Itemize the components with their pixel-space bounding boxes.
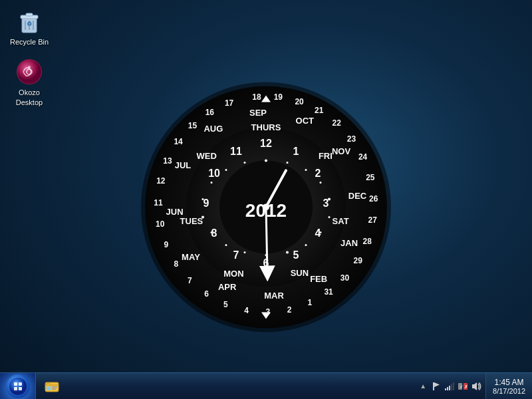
svg-text:28: 28 xyxy=(363,237,372,246)
svg-point-77 xyxy=(287,162,289,164)
svg-text:20: 20 xyxy=(295,97,304,106)
svg-rect-110 xyxy=(445,388,446,390)
svg-text:5: 5 xyxy=(223,300,228,309)
svg-point-78 xyxy=(305,169,307,171)
okozo-label: Okozo Desktop xyxy=(16,88,43,107)
svg-text:26: 26 xyxy=(369,194,378,203)
svg-rect-108 xyxy=(433,382,434,390)
svg-text:29: 29 xyxy=(353,256,362,265)
svg-text:2: 2 xyxy=(315,168,321,179)
svg-text:23: 23 xyxy=(347,134,356,144)
svg-point-99 xyxy=(9,378,27,395)
svg-text:✗: ✗ xyxy=(464,384,468,389)
svg-text:11: 11 xyxy=(154,198,163,207)
svg-point-88 xyxy=(211,231,213,233)
svg-line-95 xyxy=(266,207,267,273)
svg-text:♻: ♻ xyxy=(27,21,32,27)
start-button[interactable] xyxy=(0,373,36,400)
svg-text:24: 24 xyxy=(358,152,368,162)
svg-rect-101 xyxy=(19,382,22,386)
svg-text:APR: APR xyxy=(218,282,237,292)
svg-rect-2 xyxy=(26,13,33,16)
svg-text:7: 7 xyxy=(233,249,239,261)
system-tray-area: ▲ xyxy=(414,373,532,400)
svg-point-7 xyxy=(17,60,41,84)
svg-text:15: 15 xyxy=(188,121,198,130)
svg-text:THURS: THURS xyxy=(251,122,281,132)
svg-text:5: 5 xyxy=(293,249,299,261)
svg-marker-119 xyxy=(472,382,477,390)
svg-text:DEC: DEC xyxy=(348,191,367,201)
svg-point-84 xyxy=(286,251,289,253)
svg-rect-107 xyxy=(52,388,56,390)
svg-point-80 xyxy=(328,198,331,200)
svg-text:4: 4 xyxy=(244,306,249,315)
svg-text:27: 27 xyxy=(368,215,378,225)
explorer-taskbar-button[interactable] xyxy=(39,374,65,399)
svg-text:1: 1 xyxy=(308,298,313,307)
svg-point-9 xyxy=(28,66,31,68)
system-tray: ▲ xyxy=(414,373,485,400)
svg-point-91 xyxy=(211,182,213,184)
svg-text:12: 12 xyxy=(156,176,166,186)
action-center-icon[interactable] xyxy=(431,381,442,392)
svg-text:7: 7 xyxy=(188,276,192,285)
svg-point-92 xyxy=(225,169,227,171)
svg-text:MAR: MAR xyxy=(264,291,284,301)
svg-text:FEB: FEB xyxy=(310,274,327,284)
svg-rect-112 xyxy=(449,386,450,390)
taskbar-date: 8/17/2012 xyxy=(493,387,525,395)
svg-text:2: 2 xyxy=(287,305,292,315)
taskbar-clock[interactable]: 1:45 AM 8/17/2012 xyxy=(485,373,532,400)
tray-expand-button[interactable]: ▲ xyxy=(418,382,428,390)
svg-rect-106 xyxy=(52,386,57,388)
svg-text:OCT: OCT xyxy=(296,116,315,126)
svg-text:MON: MON xyxy=(223,269,243,279)
svg-text:9: 9 xyxy=(203,198,209,209)
svg-text:12: 12 xyxy=(260,138,272,149)
svg-point-87 xyxy=(225,244,227,246)
svg-text:31: 31 xyxy=(324,287,333,297)
recycle-bin-label: Recycle Bin xyxy=(10,37,49,47)
svg-text:✓: ✓ xyxy=(460,384,464,389)
svg-text:13: 13 xyxy=(163,156,172,166)
okozo-image xyxy=(16,59,43,85)
svg-point-93 xyxy=(244,162,246,164)
recycle-bin-image: ♻ xyxy=(16,8,43,35)
volume-icon[interactable] xyxy=(471,381,481,392)
svg-text:TUES: TUES xyxy=(180,216,203,226)
security-icon[interactable]: ✓ ✗ xyxy=(458,381,468,392)
svg-point-90 xyxy=(202,198,204,200)
svg-text:JAN: JAN xyxy=(340,238,358,248)
svg-text:9: 9 xyxy=(164,240,168,249)
svg-text:8: 8 xyxy=(211,227,217,239)
svg-text:14: 14 xyxy=(174,137,183,146)
svg-point-83 xyxy=(305,244,307,246)
svg-marker-109 xyxy=(434,382,440,387)
svg-rect-114 xyxy=(453,382,454,390)
svg-text:19: 19 xyxy=(274,92,283,102)
svg-rect-113 xyxy=(451,384,452,390)
start-orb xyxy=(6,374,30,398)
svg-text:SEP: SEP xyxy=(249,108,267,118)
clock-widget: 18 19 20 21 22 23 24 25 26 27 28 29 30 3… xyxy=(140,80,392,333)
svg-text:8: 8 xyxy=(174,259,179,269)
okozo-desktop-icon[interactable]: Okozo Desktop xyxy=(5,56,53,110)
svg-text:10: 10 xyxy=(156,219,165,229)
svg-text:JUN: JUN xyxy=(166,207,184,217)
svg-text:17: 17 xyxy=(225,98,234,108)
svg-text:6: 6 xyxy=(204,289,209,299)
svg-point-86 xyxy=(244,251,246,253)
recycle-bin-icon[interactable]: ♻ Recycle Bin xyxy=(5,5,53,49)
svg-text:4: 4 xyxy=(315,227,321,239)
svg-text:22: 22 xyxy=(332,118,342,128)
svg-point-96 xyxy=(263,203,269,210)
network-icon[interactable] xyxy=(444,381,455,392)
svg-text:MAY: MAY xyxy=(182,252,200,262)
svg-point-76 xyxy=(265,159,267,162)
svg-text:30: 30 xyxy=(340,273,350,283)
svg-point-82 xyxy=(320,231,322,233)
svg-rect-105 xyxy=(47,386,51,390)
okozo-icon-shape xyxy=(17,59,42,84)
svg-text:SAT: SAT xyxy=(332,216,349,226)
